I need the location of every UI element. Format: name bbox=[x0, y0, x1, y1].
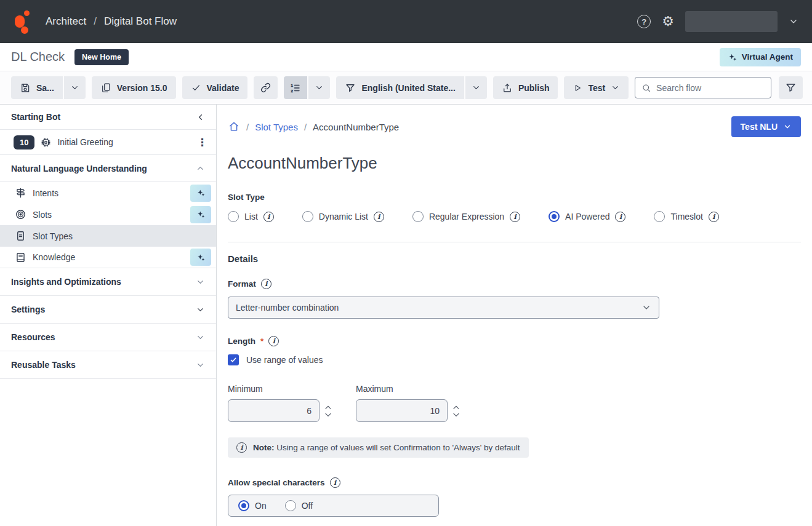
search-flow-input[interactable] bbox=[656, 83, 765, 93]
language-label: English (United State... bbox=[361, 83, 455, 93]
collapse-sidebar-icon[interactable] bbox=[196, 113, 205, 122]
test-nlu-button[interactable]: Test NLU bbox=[731, 116, 801, 137]
save-button[interactable]: Sa... bbox=[11, 76, 63, 99]
chevron-down-icon bbox=[783, 122, 792, 131]
radio-label: Regular Expression bbox=[429, 212, 504, 221]
checkbox-label: Use range of values bbox=[246, 355, 323, 365]
sidebar-section-settings[interactable]: Settings bbox=[0, 296, 216, 324]
maximum-spinner bbox=[452, 404, 460, 418]
top-bar: Architect / Digital Bot Flow ? ⚙ bbox=[0, 0, 812, 43]
sidebar-item-label: Slot Types bbox=[33, 231, 73, 241]
radio-label: On bbox=[255, 501, 267, 511]
info-icon[interactable]: i bbox=[615, 212, 625, 222]
spinner-up-icon[interactable] bbox=[324, 404, 332, 410]
sidebar-section-nlu[interactable]: Natural Language Understanding bbox=[0, 155, 216, 182]
sidebar-item-label: Knowledge bbox=[33, 252, 75, 262]
format-select[interactable]: Letter-number combination bbox=[228, 297, 659, 319]
radio-circle-selected[interactable] bbox=[238, 500, 249, 511]
architect-app: Architect / Digital Bot Flow ? ⚙ DL Chec… bbox=[0, 0, 812, 526]
info-icon[interactable]: i bbox=[330, 477, 340, 488]
radio-option-list[interactable]: List i bbox=[228, 211, 274, 222]
knowledge-ai-button[interactable] bbox=[190, 249, 211, 266]
spinner-down-icon[interactable] bbox=[452, 412, 460, 418]
spinner-up-icon[interactable] bbox=[452, 404, 460, 410]
outline-menu-button[interactable] bbox=[308, 76, 330, 99]
info-icon[interactable]: i bbox=[263, 212, 274, 222]
language-menu-button[interactable] bbox=[465, 76, 487, 99]
version-button[interactable]: Version 15.0 bbox=[92, 76, 176, 99]
info-icon: i bbox=[236, 442, 247, 453]
maximum-label: Maximum bbox=[356, 384, 460, 394]
radio-circle[interactable] bbox=[228, 211, 239, 222]
info-icon[interactable]: i bbox=[709, 212, 719, 222]
radio-option-timeslot[interactable]: Timeslot i bbox=[654, 211, 718, 222]
radio-circle[interactable] bbox=[302, 211, 313, 222]
note-text: Note: Using a range of values will set C… bbox=[253, 443, 520, 452]
sidebar-item-knowledge[interactable]: Knowledge bbox=[0, 247, 216, 268]
sparkles-icon bbox=[196, 253, 206, 262]
sidebar-section-reusable-tasks[interactable]: Reusable Tasks bbox=[0, 351, 216, 379]
required-asterisk: * bbox=[260, 337, 263, 346]
chevron-down-icon bbox=[196, 305, 205, 314]
maximum-field: Maximum bbox=[356, 384, 460, 422]
info-icon[interactable]: i bbox=[261, 279, 271, 289]
sparkles-icon bbox=[196, 188, 206, 197]
sidebar-item-label: Slots bbox=[33, 210, 52, 220]
outline-split-button: 12 bbox=[284, 76, 330, 99]
info-icon[interactable]: i bbox=[268, 336, 279, 346]
link-button[interactable] bbox=[254, 76, 278, 99]
virtual-agent-button[interactable]: Virtual Agent bbox=[720, 48, 801, 66]
sidebar-item-initial-greeting[interactable]: 10 Initial Greeting ⋮ bbox=[0, 130, 216, 155]
flow-header: DL Check New Home Virtual Agent bbox=[0, 43, 812, 71]
radio-circle[interactable] bbox=[654, 211, 665, 222]
test-button[interactable]: Test bbox=[564, 76, 629, 99]
sidebar-item-intents[interactable]: Intents bbox=[0, 182, 216, 204]
radio-option-on[interactable]: On bbox=[238, 500, 267, 511]
breadcrumb-slot-types-link[interactable]: Slot Types bbox=[255, 122, 298, 132]
radio-option-dynamic-list[interactable]: Dynamic List i bbox=[302, 211, 384, 222]
sidebar-section-starting-bot[interactable]: Starting Bot bbox=[0, 105, 216, 130]
maximum-input[interactable] bbox=[356, 399, 448, 422]
sidebar-item-slots[interactable]: Slots bbox=[0, 204, 216, 225]
radio-option-off[interactable]: Off bbox=[285, 500, 313, 511]
chevron-down-icon bbox=[315, 83, 324, 92]
radio-label: Off bbox=[302, 501, 313, 511]
publish-button[interactable]: Publish bbox=[493, 76, 558, 99]
save-menu-button[interactable] bbox=[64, 76, 86, 99]
radio-option-regular-expression[interactable]: Regular Expression i bbox=[412, 211, 520, 222]
sidebar-section-insights[interactable]: Insights and Optimizations bbox=[0, 268, 216, 296]
slots-ai-button[interactable] bbox=[190, 206, 211, 223]
version-label: Version 15.0 bbox=[117, 83, 167, 93]
info-icon[interactable]: i bbox=[510, 212, 520, 222]
slot-type-radio-group: List i Dynamic List i Regular Expression… bbox=[228, 211, 801, 222]
numbered-list-button[interactable]: 12 bbox=[284, 76, 307, 99]
filter-button[interactable] bbox=[779, 76, 803, 99]
chevron-down-icon bbox=[196, 277, 205, 287]
home-breadcrumb-link[interactable] bbox=[228, 121, 240, 133]
checkbox-checked[interactable] bbox=[228, 354, 239, 365]
help-icon[interactable]: ? bbox=[637, 15, 651, 28]
sidebar-item-slot-types[interactable]: Slot Types bbox=[0, 225, 216, 247]
kebab-menu-icon[interactable]: ⋮ bbox=[197, 137, 207, 148]
svg-text:1: 1 bbox=[291, 83, 294, 87]
radio-circle[interactable] bbox=[285, 500, 296, 511]
minimum-input[interactable] bbox=[228, 399, 320, 422]
user-account-menu[interactable] bbox=[685, 11, 778, 32]
validate-button[interactable]: Validate bbox=[182, 76, 248, 99]
toolbar-search-area bbox=[635, 76, 803, 99]
radio-circle-selected[interactable] bbox=[549, 211, 560, 222]
intents-ai-button[interactable] bbox=[190, 185, 211, 202]
info-icon[interactable]: i bbox=[374, 212, 384, 222]
sidebar-section-resources[interactable]: Resources bbox=[0, 324, 216, 351]
test-nlu-label: Test NLU bbox=[741, 122, 778, 132]
chevron-down-icon[interactable] bbox=[789, 17, 798, 26]
use-range-checkbox-row[interactable]: Use range of values bbox=[228, 354, 801, 365]
spinner-down-icon[interactable] bbox=[324, 412, 332, 418]
breadcrumb-current: AccountNumberType bbox=[313, 122, 399, 132]
language-button[interactable]: English (United State... bbox=[336, 76, 464, 99]
flow-type-label: Digital Bot Flow bbox=[104, 15, 177, 28]
filter-funnel-icon bbox=[785, 82, 797, 94]
radio-circle[interactable] bbox=[412, 211, 424, 222]
gear-icon[interactable]: ⚙ bbox=[662, 15, 674, 28]
radio-option-ai-powered[interactable]: AI Powered i bbox=[549, 211, 625, 222]
